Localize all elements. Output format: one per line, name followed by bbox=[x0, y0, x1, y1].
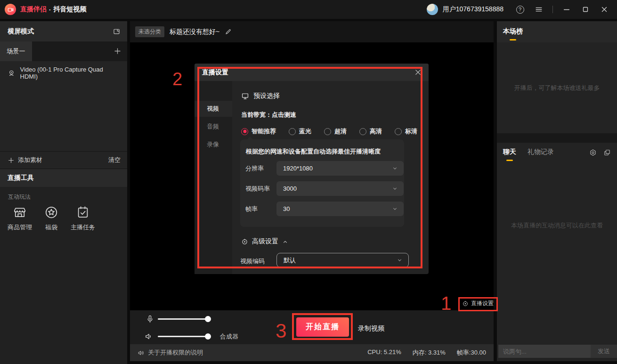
speaker-icon[interactable] bbox=[144, 332, 153, 341]
framerate-label: 帧率 bbox=[245, 202, 258, 216]
live-settings-button[interactable]: 直播设置 bbox=[462, 299, 494, 307]
tab-session-rank[interactable]: 本场榜 bbox=[503, 27, 523, 37]
scene-tab[interactable]: 场景一 bbox=[0, 41, 32, 61]
quality-option-sd[interactable]: 标清 bbox=[395, 127, 417, 136]
app-name-separator: · bbox=[49, 6, 51, 13]
memory-stat: 内存: 3.31% bbox=[413, 348, 446, 357]
chat-input[interactable] bbox=[498, 345, 591, 358]
source-list: Video (00-1 Pro Capture Quad HDMI) bbox=[0, 61, 127, 151]
bandwidth-label: 当前带宽： bbox=[241, 111, 272, 118]
scene-tabstrip: 场景一 bbox=[0, 41, 127, 61]
bitrate-value: 3000 bbox=[283, 185, 297, 192]
add-scene-icon[interactable] bbox=[114, 47, 122, 55]
rank-header: 本场榜 bbox=[497, 21, 617, 42]
close-icon[interactable] bbox=[599, 4, 609, 15]
speed-test-link[interactable]: 点击测速 bbox=[272, 111, 296, 118]
menu-icon[interactable] bbox=[534, 4, 544, 15]
quality-option-uhd[interactable]: 超清 bbox=[324, 127, 347, 136]
shop-icon bbox=[13, 205, 27, 219]
preset-section-title: 预设选择 bbox=[253, 92, 280, 100]
popout-icon[interactable] bbox=[603, 149, 611, 156]
mic-volume-thumb[interactable] bbox=[205, 316, 211, 322]
send-button[interactable]: 发送 bbox=[591, 345, 617, 358]
record-video-button[interactable]: 录制视频 bbox=[358, 324, 384, 333]
microphone-icon[interactable] bbox=[146, 315, 154, 324]
user-avatar[interactable] bbox=[427, 4, 438, 15]
output-volume-slider[interactable] bbox=[158, 336, 210, 337]
monitor-icon bbox=[241, 92, 249, 100]
app-suffix: 抖音短视频 bbox=[53, 5, 86, 14]
live-tools-header: 直播工具 bbox=[0, 169, 127, 187]
mixer-label[interactable]: 合成器 bbox=[220, 332, 238, 341]
dialog-header: 直播设置 bbox=[195, 64, 429, 81]
resolution-select[interactable]: 1920*1080 bbox=[276, 161, 404, 176]
category-badge[interactable]: 未选分类 bbox=[135, 26, 164, 37]
tab-chat[interactable]: 聊天 bbox=[503, 148, 516, 157]
tool-anchor-tasks[interactable]: 主播任务 bbox=[71, 205, 95, 232]
screen-mode-title: 横屏模式 bbox=[8, 27, 34, 36]
chat-actions bbox=[589, 149, 611, 156]
chevron-down-icon bbox=[397, 257, 403, 263]
mic-volume-slider[interactable] bbox=[158, 318, 210, 320]
encoder-value: 默认 bbox=[284, 256, 296, 265]
screen-mode-header: 横屏模式 bbox=[0, 21, 127, 41]
auto-settings-panel: 根据您的网速和设备配置自动选择最佳开播清晰度 分辨率 1920*1080 视频码… bbox=[240, 139, 404, 227]
chat-body: 本场直播的互动消息可以在此查看 bbox=[497, 162, 617, 345]
quality-option-hd[interactable]: 高清 bbox=[359, 127, 382, 136]
minimize-icon[interactable] bbox=[561, 4, 572, 15]
add-material-button[interactable]: 添加素材 bbox=[8, 156, 42, 164]
chat-input-row: 发送 bbox=[498, 345, 617, 358]
app-logo-icon bbox=[5, 4, 16, 15]
permission-note-link[interactable]: 关于开播权限的说明 bbox=[138, 348, 203, 357]
radio-icon bbox=[395, 128, 402, 135]
left-panel: 横屏模式 场景一 Video (00-1 Pro Capture Quad HD… bbox=[0, 21, 127, 364]
right-panel-divider bbox=[497, 133, 617, 143]
start-live-button[interactable]: 开始直播 bbox=[296, 317, 349, 337]
app-name: 直播伴侣 bbox=[20, 5, 47, 14]
preset-section-header: 预设选择 bbox=[241, 92, 280, 100]
output-volume-thumb[interactable] bbox=[205, 333, 211, 340]
username[interactable]: 用户1076739158888 bbox=[443, 5, 503, 14]
permission-note-label: 关于开播权限的说明 bbox=[148, 348, 203, 357]
maximize-icon[interactable] bbox=[580, 4, 591, 15]
status-bar: 关于开播权限的说明 CPU: 5.21% 内存: 3.31% 帧率:30.00 bbox=[130, 344, 494, 361]
task-icon bbox=[76, 205, 90, 219]
tool-row: 商品管理 福袋 主播任务 bbox=[8, 205, 95, 232]
stream-title: 标题还没有想好~ bbox=[170, 28, 219, 36]
quality-options: 智能推荐 蓝光 超清 高清 标清 bbox=[241, 127, 417, 136]
app-window: 直播伴侣 · 抖音短视频 用户1076739158888 ? bbox=[0, 0, 617, 364]
live-tools-title: 直播工具 bbox=[8, 174, 34, 182]
help-icon[interactable]: ? bbox=[515, 4, 525, 15]
tool-lucky-bag[interactable]: 福袋 bbox=[44, 205, 58, 232]
performance-stats: CPU: 5.21% 内存: 3.31% 帧率:30.00 bbox=[367, 348, 486, 357]
dialog-tab-video[interactable]: 视频 bbox=[195, 101, 232, 117]
dialog-close-icon[interactable] bbox=[414, 68, 422, 76]
titlebar: 直播伴侣 · 抖音短视频 用户1076739158888 ? bbox=[0, 0, 617, 19]
materials-row: 添加素材 清空 bbox=[0, 151, 127, 169]
quality-option-bluray[interactable]: 蓝光 bbox=[289, 127, 311, 136]
framerate-select[interactable]: 30 bbox=[276, 202, 404, 216]
chevron-down-icon bbox=[392, 165, 398, 171]
chat-settings-icon[interactable] bbox=[589, 149, 597, 156]
edit-title-icon[interactable] bbox=[225, 28, 232, 35]
encoder-select[interactable]: 默认 bbox=[276, 253, 409, 267]
dialog-tab-audio[interactable]: 音频 bbox=[195, 119, 232, 135]
encoder-label: 视频编码 bbox=[240, 257, 265, 266]
chat-empty-text: 本场直播的互动消息可以在此查看 bbox=[497, 221, 617, 230]
source-item-video[interactable]: Video (00-1 Pro Capture Quad HDMI) bbox=[0, 61, 127, 85]
quality-option-smart[interactable]: 智能推荐 bbox=[241, 127, 276, 136]
advanced-settings-toggle[interactable]: 高级设置 bbox=[241, 237, 288, 246]
tab-gift-record[interactable]: 礼物记录 bbox=[528, 148, 554, 157]
right-panel: 本场榜 开播后，可了解本场谁送礼最多 聊天 礼物记录 本场直播的互动消息可以在此… bbox=[497, 21, 617, 361]
bitrate-select[interactable]: 3000 bbox=[276, 181, 404, 196]
gear-icon bbox=[241, 238, 248, 245]
dialog-tab-column: 视频 音频 录像 bbox=[195, 81, 232, 274]
interactive-play-title: 互动玩法 bbox=[8, 193, 31, 201]
announce-icon bbox=[138, 349, 145, 356]
dialog-title: 直播设置 bbox=[202, 68, 228, 77]
tool-goods-management[interactable]: 商品管理 bbox=[8, 205, 32, 232]
clear-button[interactable]: 清空 bbox=[108, 156, 121, 164]
dialog-tab-record[interactable]: 录像 bbox=[195, 137, 232, 153]
chevron-up-icon bbox=[282, 239, 288, 245]
rotate-screen-icon[interactable] bbox=[113, 27, 121, 35]
